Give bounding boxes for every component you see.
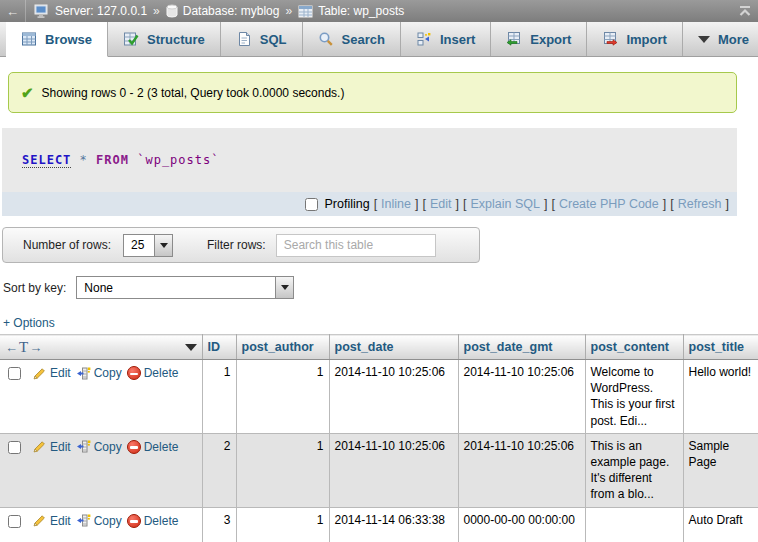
cell-post-date: 2014-11-10 10:25:06 — [329, 433, 458, 507]
query-toolbar: Profiling [ Inline ] [ Edit ] [ Explain … — [2, 192, 737, 216]
column-header-id[interactable]: ID — [202, 335, 236, 360]
tab-insert-label: Insert — [440, 32, 475, 47]
rows-control-bar: Number of rows: 25 Filter rows: — [2, 227, 480, 263]
server-icon — [34, 4, 50, 18]
delete-icon — [127, 514, 141, 528]
success-check-icon: ✔ — [21, 84, 34, 102]
tab-structure[interactable]: Structure — [108, 22, 221, 56]
copy-label: Copy — [94, 439, 122, 455]
row-checkbox[interactable] — [8, 367, 21, 380]
sql-query-text: SELECT * FROM `wp_posts` — [2, 128, 737, 167]
delete-icon — [127, 440, 141, 454]
tab-sql[interactable]: SQL — [221, 22, 303, 56]
delete-label: Delete — [144, 439, 179, 455]
table-row: Edit Copy Delete 1 1 2014-11-10 10:25:06… — [0, 360, 758, 434]
breadcrumb-server-label: Server: 127.0.0.1 — [55, 4, 147, 18]
edit-row-link[interactable]: Edit — [32, 513, 71, 529]
bracket: [ — [422, 197, 425, 211]
browse-icon — [21, 31, 37, 47]
tab-search[interactable]: Search — [303, 22, 401, 56]
copy-label: Copy — [94, 513, 122, 529]
profiling-checkbox[interactable] — [305, 198, 318, 211]
cell-post-date-gmt: 0000-00-00 00:00:00 — [458, 507, 585, 542]
bracket: ] — [544, 197, 547, 211]
chevron-down-icon — [698, 36, 710, 43]
row-checkbox[interactable] — [8, 515, 21, 528]
tab-search-label: Search — [342, 32, 385, 47]
breadcrumb-database-label: Database: myblog — [183, 4, 280, 18]
sql-keyword-from: FROM — [96, 153, 129, 167]
dropdown-arrow-icon — [275, 277, 293, 298]
breadcrumb-separator: » — [153, 4, 160, 18]
explain-sql-link[interactable]: Explain SQL — [470, 197, 539, 211]
tab-more-label: More — [718, 32, 749, 47]
copy-row-link[interactable]: Copy — [76, 365, 122, 381]
refresh-link[interactable]: Refresh — [678, 197, 722, 211]
sort-row: Sort by key: None — [3, 276, 758, 299]
edit-row-link[interactable]: Edit — [32, 439, 71, 455]
tab-insert[interactable]: Insert — [401, 22, 491, 56]
number-of-rows-select[interactable]: 25 — [123, 234, 173, 257]
actions-header-cell: ← T → — [0, 335, 202, 360]
sort-by-key-label: Sort by key: — [3, 281, 66, 295]
sort-by-key-select[interactable]: None — [76, 276, 294, 299]
options-toggle-link[interactable]: + Options — [3, 316, 55, 330]
bracket: ] — [726, 197, 729, 211]
number-of-rows-label: Number of rows: — [23, 238, 111, 252]
move-column-right-icon[interactable]: → — [29, 340, 42, 355]
collapse-panel-icon[interactable] — [738, 5, 752, 17]
tab-import[interactable]: Import — [587, 22, 682, 56]
edit-label: Edit — [50, 513, 71, 529]
delete-row-link[interactable]: Delete — [127, 365, 179, 381]
edit-query-link[interactable]: Edit — [430, 197, 452, 211]
create-php-code-link[interactable]: Create PHP Code — [559, 197, 659, 211]
cell-post-author: 1 — [236, 433, 329, 507]
bracket: [ — [374, 197, 377, 211]
row-actions-cell: Edit Copy Delete — [0, 360, 202, 434]
column-header-post-date[interactable]: post_date — [329, 335, 458, 360]
dropdown-arrow-icon — [154, 235, 172, 256]
copy-icon — [76, 513, 91, 528]
tab-export-label: Export — [530, 32, 571, 47]
delete-row-link[interactable]: Delete — [127, 439, 179, 455]
cell-id: 1 — [202, 360, 236, 434]
cell-post-author: 1 — [236, 507, 329, 542]
move-column-left-icon[interactable]: ← — [5, 340, 18, 355]
row-actions-cell: Edit Copy Delete — [0, 507, 202, 542]
cell-id: 3 — [202, 507, 236, 542]
breadcrumb-database[interactable]: Database: myblog — [166, 4, 280, 18]
inline-link[interactable]: Inline — [381, 197, 411, 211]
tab-browse[interactable]: Browse — [6, 22, 108, 57]
edit-row-link[interactable]: Edit — [32, 365, 71, 381]
sql-keyword-select[interactable]: SELECT — [22, 153, 71, 168]
number-of-rows-value: 25 — [124, 235, 154, 256]
tab-export[interactable]: Export — [491, 22, 587, 56]
delete-label: Delete — [144, 513, 179, 529]
sql-star: * — [80, 153, 88, 167]
column-header-post-author[interactable]: post_author — [236, 335, 329, 360]
cell-post-title: Auto Draft — [683, 507, 758, 542]
import-icon — [602, 31, 618, 47]
tab-more[interactable]: More — [683, 22, 758, 56]
delete-row-link[interactable]: Delete — [127, 513, 179, 529]
tab-browse-label: Browse — [45, 32, 92, 47]
copy-icon — [76, 366, 91, 381]
bracket: ] — [415, 197, 418, 211]
row-actions-cell: Edit Copy Delete — [0, 433, 202, 507]
copy-label: Copy — [94, 365, 122, 381]
bracket: [ — [551, 197, 554, 211]
copy-row-link[interactable]: Copy — [76, 513, 122, 529]
results-table: ← T → ID post_author post_date post_date… — [0, 334, 758, 542]
row-checkbox[interactable] — [8, 441, 21, 454]
breadcrumb-table[interactable]: Table: wp_posts — [298, 4, 404, 18]
column-header-post-date-gmt[interactable]: post_date_gmt — [458, 335, 585, 360]
filter-rows-input[interactable] — [276, 234, 436, 257]
copy-icon — [76, 439, 91, 454]
copy-row-link[interactable]: Copy — [76, 439, 122, 455]
column-header-post-title[interactable]: post_title — [683, 335, 758, 360]
pencil-icon — [32, 513, 47, 528]
breadcrumb-server[interactable]: Server: 127.0.0.1 — [34, 4, 147, 18]
column-header-post-content[interactable]: post_content — [585, 335, 683, 360]
back-arrow-button[interactable]: ← — [0, 0, 26, 22]
header-dropdown-icon[interactable] — [185, 344, 197, 351]
